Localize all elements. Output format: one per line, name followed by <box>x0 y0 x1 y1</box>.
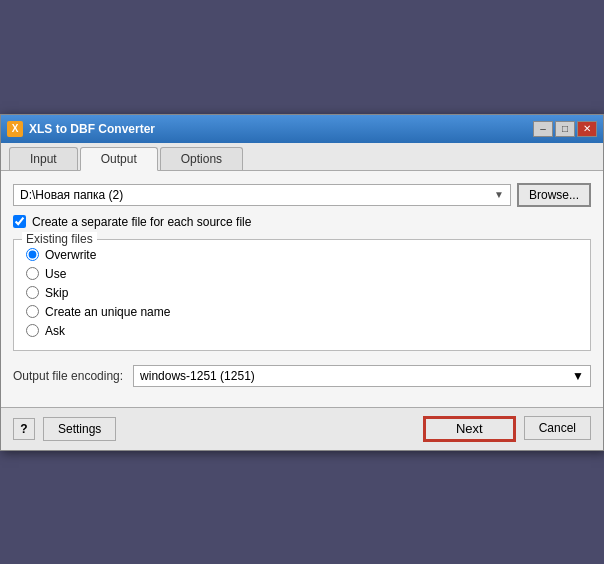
app-icon: X <box>7 121 23 137</box>
radio-use[interactable] <box>26 267 39 280</box>
settings-button[interactable]: Settings <box>43 417 116 441</box>
encoding-label: Output file encoding: <box>13 369 123 383</box>
bottom-left: ? Settings <box>13 417 116 441</box>
radio-overwrite[interactable] <box>26 248 39 261</box>
path-row: D:\Новая папка (2) ▼ Browse... <box>13 183 591 207</box>
radio-overwrite-row: Overwrite <box>26 248 578 262</box>
encoding-dropdown[interactable]: windows-1251 (1251) ▼ <box>133 365 591 387</box>
radio-ask-row: Ask <box>26 324 578 338</box>
radio-use-row: Use <box>26 267 578 281</box>
radio-ask-label: Ask <box>45 324 65 338</box>
tab-output[interactable]: Output <box>80 147 158 171</box>
separate-file-label: Create a separate file for each source f… <box>32 215 251 229</box>
radio-unique-label: Create an unique name <box>45 305 170 319</box>
tab-input[interactable]: Input <box>9 147 78 170</box>
separate-file-checkbox[interactable] <box>13 215 26 228</box>
bottom-bar: ? Settings Next Cancel <box>1 407 603 450</box>
minimize-button[interactable]: – <box>533 121 553 137</box>
radio-unique[interactable] <box>26 305 39 318</box>
encoding-dropdown-arrow-icon: ▼ <box>572 369 584 383</box>
radio-skip[interactable] <box>26 286 39 299</box>
bottom-right: Next Cancel <box>423 416 591 442</box>
radio-use-label: Use <box>45 267 66 281</box>
dropdown-arrow-icon: ▼ <box>494 189 504 200</box>
close-button[interactable]: ✕ <box>577 121 597 137</box>
title-bar-left: X XLS to DBF Converter <box>7 121 155 137</box>
radio-overwrite-label: Overwrite <box>45 248 96 262</box>
radio-unique-row: Create an unique name <box>26 305 578 319</box>
path-value: D:\Новая папка (2) <box>20 188 123 202</box>
title-bar: X XLS to DBF Converter – □ ✕ <box>1 115 603 143</box>
separate-file-row: Create a separate file for each source f… <box>13 215 591 229</box>
radio-ask[interactable] <box>26 324 39 337</box>
content-area: D:\Новая папка (2) ▼ Browse... Create a … <box>1 171 603 407</box>
help-button[interactable]: ? <box>13 418 35 440</box>
encoding-value: windows-1251 (1251) <box>140 369 255 383</box>
tab-options[interactable]: Options <box>160 147 243 170</box>
browse-button[interactable]: Browse... <box>517 183 591 207</box>
title-controls: – □ ✕ <box>533 121 597 137</box>
maximize-button[interactable]: □ <box>555 121 575 137</box>
encoding-row: Output file encoding: windows-1251 (1251… <box>13 365 591 387</box>
group-box-title: Existing files <box>22 232 97 246</box>
tab-bar: Input Output Options <box>1 143 603 171</box>
window-title: XLS to DBF Converter <box>29 122 155 136</box>
main-window: X XLS to DBF Converter – □ ✕ Input Outpu… <box>0 114 604 451</box>
path-dropdown[interactable]: D:\Новая папка (2) ▼ <box>13 184 511 206</box>
next-button[interactable]: Next <box>423 416 516 442</box>
radio-skip-row: Skip <box>26 286 578 300</box>
cancel-button[interactable]: Cancel <box>524 416 591 440</box>
existing-files-group: Existing files Overwrite Use Skip Create… <box>13 239 591 351</box>
radio-skip-label: Skip <box>45 286 68 300</box>
